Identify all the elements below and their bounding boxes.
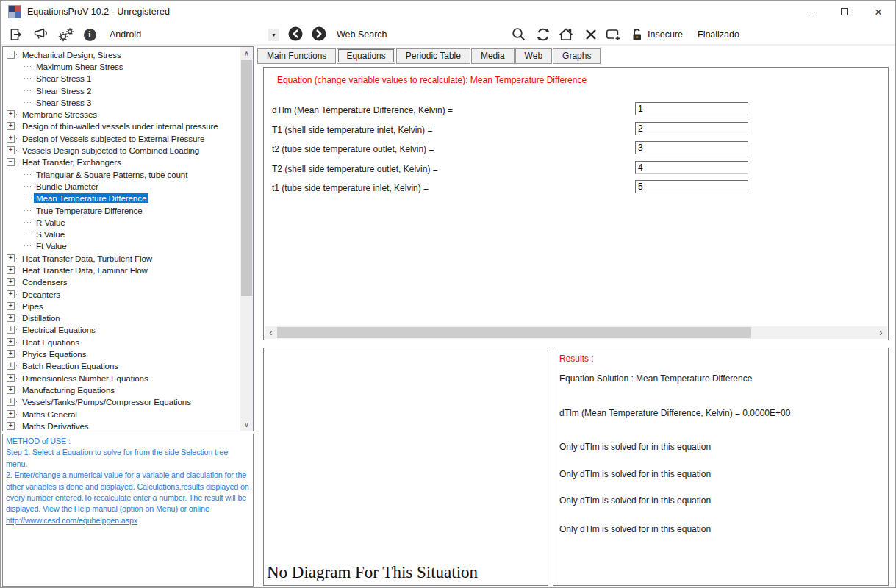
tree-item[interactable]: Shear Stress 2	[3, 85, 240, 96]
tree-item[interactable]: Phyics Equations	[3, 348, 240, 359]
tree-item[interactable]: Manufacturing Equations	[3, 384, 240, 395]
tab[interactable]: Periodic Table	[396, 48, 470, 64]
tree-item[interactable]: Heat Transfer Data, Turbulent Flow	[3, 252, 240, 264]
scroll-up-icon[interactable]: ∧	[240, 47, 253, 60]
equation-hscrollbar-thumb[interactable]	[277, 327, 751, 338]
tree-item-label: Maths Derivatives	[20, 421, 90, 431]
close-button[interactable]: ×	[861, 1, 895, 23]
variable-value-input[interactable]	[635, 102, 748, 115]
tree-item[interactable]: Distillation	[3, 312, 240, 324]
tree-item[interactable]: Shear Stress 3	[3, 96, 240, 108]
tree-item[interactable]: Batch Reaction Equations	[3, 360, 240, 372]
tree-item[interactable]: Condensers	[3, 276, 240, 288]
forward-button[interactable]	[311, 26, 327, 42]
equation-hscrollbar[interactable]: ‹ ›	[265, 326, 887, 339]
tree-item[interactable]: Maths Derivatives	[3, 420, 240, 431]
tree-expander-icon[interactable]	[7, 122, 15, 130]
tree-expander-icon[interactable]	[7, 374, 15, 382]
tree-item[interactable]: R Value	[3, 216, 240, 228]
dropdown-caret[interactable]: ▾	[268, 29, 279, 41]
insecure-lock-button[interactable]	[629, 26, 645, 43]
tree-item-label: Ft Value	[34, 241, 69, 251]
minimize-button[interactable]	[794, 1, 828, 23]
tree-item[interactable]: Mean Temperature Difference	[3, 193, 240, 204]
tree-scrollbar[interactable]: ∧ ∨	[240, 47, 253, 431]
tree-expander-icon[interactable]	[7, 254, 15, 262]
tree-item[interactable]: Mechanical Design, Stress	[3, 49, 240, 60]
tree-connector	[15, 114, 18, 115]
tree-expander-icon[interactable]	[7, 146, 15, 154]
tree-item[interactable]: Heat Equations	[3, 336, 240, 348]
tree-item[interactable]: Heat Transfer Data, Laminar Flow	[3, 264, 240, 276]
tree-item[interactable]: Pipes	[3, 300, 240, 312]
web-search-label: Web Search	[337, 29, 387, 40]
tree-item[interactable]: Maths General	[3, 408, 240, 420]
new-capture-button[interactable]	[605, 26, 621, 43]
variable-value-input[interactable]	[635, 122, 748, 135]
info-button[interactable]: i	[82, 26, 98, 43]
tree-item-label: Heat Transfer, Exchangers	[20, 157, 123, 167]
tree-expander-icon[interactable]	[7, 302, 15, 310]
tree-item[interactable]: Electrical Equations	[3, 324, 240, 336]
exit-button[interactable]	[8, 26, 24, 43]
tree-expander-icon[interactable]	[7, 266, 15, 274]
tab[interactable]: Main Functions	[257, 48, 336, 64]
tree-expander-icon[interactable]	[7, 290, 15, 298]
tab[interactable]: Equations	[337, 48, 395, 64]
tree-item-label: Batch Reaction Equations	[20, 361, 121, 370]
back-button[interactable]	[287, 26, 304, 42]
variable-value-input[interactable]	[635, 161, 748, 174]
scroll-right-icon[interactable]: ›	[875, 326, 887, 339]
help-link[interactable]: http://www.cesd.com/equhelpgen.aspx	[6, 516, 137, 525]
tree-item[interactable]: Design of Vessels subjected to External …	[3, 132, 240, 144]
tree-expander-icon[interactable]	[7, 410, 15, 418]
tree-expander-icon[interactable]	[7, 51, 15, 59]
tree-item[interactable]: Membrane Stresses	[3, 108, 240, 120]
tree-expander-icon[interactable]	[7, 110, 15, 118]
home-button[interactable]	[558, 26, 574, 43]
tree-item[interactable]: Vessels Design subjected to Combined Loa…	[3, 144, 240, 156]
tree-expander-icon[interactable]	[7, 158, 15, 166]
tree-expander-icon[interactable]	[7, 362, 15, 370]
results-title: Results :	[559, 354, 882, 364]
tree-item[interactable]: True Temperature Difference	[3, 204, 240, 216]
scroll-down-icon[interactable]: ∨	[240, 418, 253, 431]
insecure-lock-icon	[630, 27, 645, 42]
tab[interactable]: Graphs	[553, 48, 601, 64]
tree-expander-icon[interactable]	[7, 350, 15, 358]
tree-item[interactable]: Shear Stress 1	[3, 73, 240, 85]
tree-expander-icon[interactable]	[7, 326, 15, 334]
tree-expander-icon[interactable]	[7, 422, 15, 430]
tree-item[interactable]: Heat Transfer, Exchangers	[3, 157, 240, 168]
diagram-panel: No Diagram For This Situation	[263, 348, 548, 586]
tree-item[interactable]: Ft Value	[3, 240, 240, 252]
tree-expander-icon[interactable]	[7, 398, 15, 406]
variable-value-input[interactable]	[635, 180, 748, 193]
tree-expander-icon[interactable]	[7, 314, 15, 322]
settings-button[interactable]	[58, 26, 74, 43]
tab[interactable]: Media	[471, 48, 515, 64]
refresh-button[interactable]	[535, 26, 551, 43]
tree-expander-icon[interactable]	[7, 386, 15, 394]
variable-value-input[interactable]	[635, 141, 748, 154]
search-button[interactable]	[511, 26, 527, 43]
tree-item[interactable]: Vessels/Tanks/Pumps/Compressor Equations	[3, 396, 240, 408]
tree-expander-icon[interactable]	[7, 278, 15, 286]
tree-item[interactable]: S Value	[3, 228, 240, 240]
announce-button[interactable]	[33, 26, 49, 43]
tree-item[interactable]: Maximum Shear Stress	[3, 60, 240, 72]
tree-item[interactable]: Bundle Diameter	[3, 180, 240, 192]
tree-item[interactable]: Decanters	[3, 288, 240, 300]
scroll-left-icon[interactable]: ‹	[265, 326, 277, 339]
tree-scrollbar-thumb[interactable]	[241, 60, 252, 296]
maximize-button[interactable]	[828, 1, 861, 23]
method-step2: 2. Enter/change a numerical value for a …	[6, 470, 250, 526]
tree-expander-icon[interactable]	[7, 338, 15, 346]
tree-item[interactable]: Triangular & Square Patterns, tube count	[3, 168, 240, 180]
tab[interactable]: Web	[515, 48, 552, 64]
tree-connector	[24, 222, 32, 223]
tree-item[interactable]: Design of thin-walled vessels under inte…	[3, 121, 240, 132]
stop-button[interactable]	[583, 26, 599, 43]
tree-item[interactable]: Dimensionless Number Equations	[3, 372, 240, 384]
tree-expander-icon[interactable]	[7, 135, 15, 143]
